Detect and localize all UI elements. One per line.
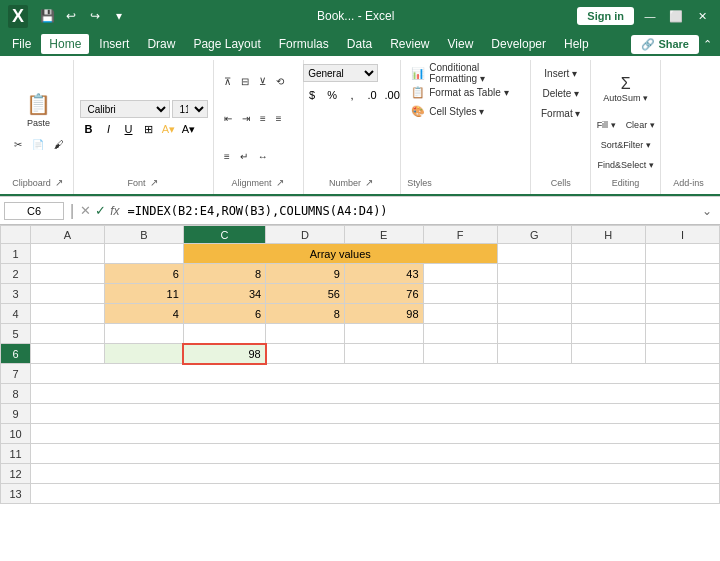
indent-decrease-button[interactable]: ⇤ [220,110,236,128]
cell-a6[interactable] [31,344,105,364]
row-header-2[interactable]: 2 [1,264,31,284]
cell-f4[interactable] [423,304,497,324]
cell-c5[interactable] [183,324,265,344]
menu-help[interactable]: Help [556,34,597,54]
customize-qa-icon[interactable]: ▾ [108,5,130,27]
cell-f6[interactable] [423,344,497,364]
col-header-g[interactable]: G [497,226,571,244]
cell-a5[interactable] [31,324,105,344]
number-format-select[interactable]: General [303,64,378,82]
row-header-9[interactable]: 9 [1,404,31,424]
undo-icon[interactable]: ↩ [60,5,82,27]
merge-center-button[interactable]: ↔ [254,147,272,165]
find-select-button[interactable]: Find&Select ▾ [594,156,658,174]
redo-icon[interactable]: ↪ [84,5,106,27]
align-top-button[interactable]: ⊼ [220,73,235,91]
cell-h2[interactable] [571,264,645,284]
cell-e4[interactable]: 98 [344,304,423,324]
row-header-8[interactable]: 8 [1,384,31,404]
cell-b6[interactable] [105,344,184,364]
maximize-button[interactable]: ⬜ [666,6,686,26]
row-header-3[interactable]: 3 [1,284,31,304]
cell-b5[interactable] [105,324,184,344]
italic-button[interactable]: I [100,120,118,138]
cell-d2[interactable]: 9 [266,264,345,284]
clipboard-expand-icon[interactable]: ↗ [53,177,65,188]
col-header-i[interactable]: I [645,226,719,244]
autosum-button[interactable]: Σ AutoSum ▾ [599,64,652,114]
bold-button[interactable]: B [80,120,98,138]
cell-b1[interactable] [105,244,184,264]
text-direction-button[interactable]: ⟲ [272,73,288,91]
menu-view[interactable]: View [440,34,482,54]
cancel-formula-icon[interactable]: ✕ [80,203,91,218]
cell-g5[interactable] [497,324,571,344]
cell-h4[interactable] [571,304,645,324]
cell-b2[interactable]: 6 [105,264,184,284]
row-header-10[interactable]: 10 [1,424,31,444]
row-header-13[interactable]: 13 [1,484,31,504]
align-middle-button[interactable]: ⊟ [237,73,253,91]
cell-h3[interactable] [571,284,645,304]
cell-c2[interactable]: 8 [183,264,265,284]
share-button[interactable]: 🔗 Share [631,35,699,54]
cell-h5[interactable] [571,324,645,344]
row-header-1[interactable]: 1 [1,244,31,264]
cell-i5[interactable] [645,324,719,344]
clear-button[interactable]: Clear ▾ [622,116,659,134]
row-header-6[interactable]: 6 [1,344,31,364]
col-header-b[interactable]: B [105,226,184,244]
cell-e6[interactable] [344,344,423,364]
insert-function-icon[interactable]: fx [110,204,119,218]
cell-i6[interactable] [645,344,719,364]
cell-i3[interactable] [645,284,719,304]
align-center-button[interactable]: ≡ [272,110,286,128]
col-header-e[interactable]: E [344,226,423,244]
sort-filter-button[interactable]: Sort&Filter ▾ [597,136,655,154]
cell-d3[interactable]: 56 [266,284,345,304]
cell-c6[interactable]: 98 [183,344,265,364]
align-left-button[interactable]: ≡ [256,110,270,128]
cell-d6[interactable] [266,344,345,364]
cell-f5[interactable] [423,324,497,344]
cell-h6[interactable] [571,344,645,364]
fill-color-button[interactable]: A▾ [160,120,178,138]
cell-i4[interactable] [645,304,719,324]
row-header-4[interactable]: 4 [1,304,31,324]
border-button[interactable]: ⊞ [140,120,158,138]
increase-decimal-button[interactable]: .0 [363,86,381,104]
cell-e3[interactable]: 76 [344,284,423,304]
cut-button[interactable]: ✂ [10,135,26,153]
indent-increase-button[interactable]: ⇥ [238,110,254,128]
insert-button[interactable]: Insert ▾ [536,64,586,82]
number-expand-icon[interactable]: ↗ [363,177,375,188]
wrap-text-button[interactable]: ↵ [236,147,252,165]
menu-insert[interactable]: Insert [91,34,137,54]
cell-d4[interactable]: 8 [266,304,345,324]
cell-g2[interactable] [497,264,571,284]
col-header-c[interactable]: C [183,226,265,244]
cell-e5[interactable] [344,324,423,344]
col-header-h[interactable]: H [571,226,645,244]
save-icon[interactable]: 💾 [36,5,58,27]
cell-styles-button[interactable]: 🎨 Cell Styles ▾ [407,102,524,120]
menu-formulas[interactable]: Formulas [271,34,337,54]
formula-input[interactable] [124,202,695,220]
menu-data[interactable]: Data [339,34,380,54]
paste-button[interactable]: 📋 Paste [22,85,55,135]
currency-button[interactable]: $ [303,86,321,104]
cell-a4[interactable] [31,304,105,324]
cell-c3[interactable]: 34 [183,284,265,304]
cell-g1[interactable] [497,244,571,264]
row-header-12[interactable]: 12 [1,464,31,484]
conditional-formatting-button[interactable]: 📊 Conditional Formatting ▾ [407,64,524,82]
cell-g3[interactable] [497,284,571,304]
menu-pagelayout[interactable]: Page Layout [185,34,268,54]
alignment-expand-icon[interactable]: ↗ [274,177,286,188]
ribbon-collapse-icon[interactable]: ⌃ [703,38,712,51]
cell-f2[interactable] [423,264,497,284]
percent-button[interactable]: % [323,86,341,104]
font-size-select[interactable]: 11 [172,100,208,118]
cell-a1[interactable] [31,244,105,264]
underline-button[interactable]: U [120,120,138,138]
